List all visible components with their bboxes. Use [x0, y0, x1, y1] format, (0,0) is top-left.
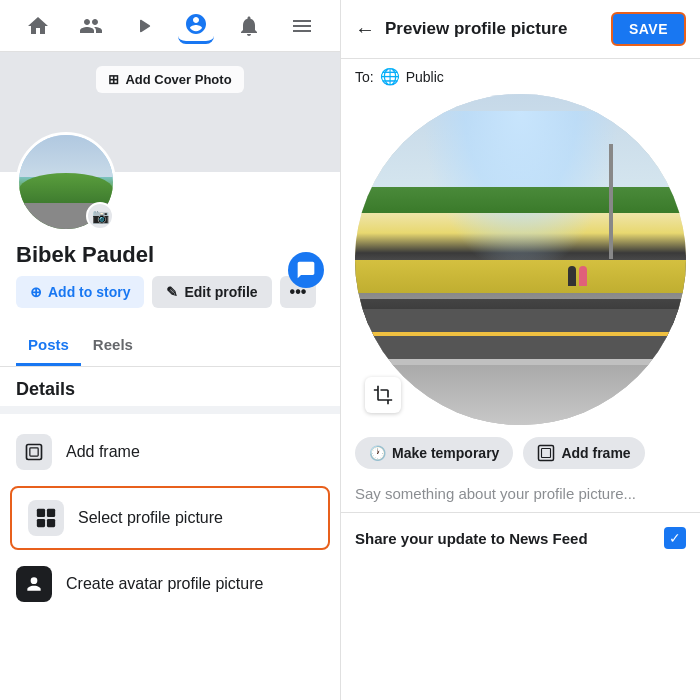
caption-area[interactable]: Say something about your profile picture…: [341, 481, 700, 513]
friends-nav-icon[interactable]: [73, 8, 109, 44]
scene-green-fence: [355, 187, 686, 213]
make-temporary-button[interactable]: 🕐 Make temporary: [355, 437, 513, 469]
chat-button[interactable]: [288, 252, 324, 288]
svg-rect-0: [27, 445, 42, 460]
svg-point-6: [31, 577, 38, 584]
user-name: Bibek Paudel: [16, 242, 324, 268]
scene-yellow-road: [355, 260, 686, 293]
tab-reels[interactable]: Reels: [81, 326, 145, 366]
add-frame-button[interactable]: Add frame: [523, 437, 644, 469]
svg-rect-1: [30, 448, 38, 456]
picture-preview-wrap: [341, 94, 700, 425]
home-nav-icon[interactable]: [20, 8, 56, 44]
save-button[interactable]: SAVE: [611, 12, 686, 46]
circle-preview: [355, 94, 686, 425]
add-frame-label: Add frame: [66, 443, 140, 461]
audience-label: Public: [406, 69, 444, 85]
avatar-camera-button[interactable]: 📷: [86, 202, 114, 230]
add-cover-button[interactable]: ⊞ Add Cover Photo: [96, 66, 243, 93]
svg-rect-5: [47, 519, 55, 527]
edit-profile-button[interactable]: ✎ Edit profile: [152, 276, 271, 308]
menu-item-create-avatar[interactable]: Create avatar profile picture: [0, 554, 340, 614]
tabs: Posts Reels: [0, 326, 340, 367]
right-header: ← Preview profile picture SAVE: [341, 0, 700, 59]
details-title: Details: [16, 379, 75, 399]
right-panel: ← Preview profile picture SAVE To: 🌐 Pub…: [340, 0, 700, 700]
hamburger-nav-icon[interactable]: [284, 8, 320, 44]
preview-scene: [355, 94, 686, 425]
left-panel: ⊞ Add Cover Photo 📷 Bibek Paudel ⊕ Add t…: [0, 0, 340, 700]
tab-posts[interactable]: Posts: [16, 326, 81, 366]
svg-rect-4: [37, 519, 45, 527]
svg-rect-8: [542, 449, 551, 458]
select-picture-label: Select profile picture: [78, 509, 223, 527]
figure-2: [579, 266, 587, 286]
share-label: Share your update to News Feed: [355, 530, 588, 547]
details-section: Details: [0, 367, 340, 414]
share-checkbox[interactable]: ✓: [664, 527, 686, 549]
scene-figures: [568, 266, 587, 286]
svg-rect-2: [37, 509, 45, 517]
video-nav-icon[interactable]: [126, 8, 162, 44]
header-left: ← Preview profile picture: [355, 18, 567, 41]
top-nav: [0, 0, 340, 52]
add-to-story-button[interactable]: ⊕ Add to story: [16, 276, 144, 308]
avatar-wrap: 📷: [16, 132, 116, 232]
clock-icon: 🕐: [369, 445, 386, 461]
scene-bottom: [355, 365, 686, 425]
profile-nav-icon[interactable]: [178, 8, 214, 44]
add-cover-label: Add Cover Photo: [125, 72, 231, 87]
scene-pole: [609, 144, 613, 260]
svg-rect-3: [47, 509, 55, 517]
menu-item-select-picture[interactable]: Select profile picture: [10, 486, 330, 550]
bell-nav-icon[interactable]: [231, 8, 267, 44]
page-title: Preview profile picture: [385, 19, 567, 39]
action-buttons: ⊕ Add to story ✎ Edit profile •••: [16, 276, 324, 308]
plus-circle-icon: ⊕: [30, 284, 42, 300]
menu-item-add-frame[interactable]: Add frame: [0, 422, 340, 482]
select-picture-icon: [28, 500, 64, 536]
share-row: Share your update to News Feed ✓: [341, 513, 700, 563]
to-label: To:: [355, 69, 374, 85]
audience-selector[interactable]: To: 🌐 Public: [341, 59, 700, 94]
figure-1: [568, 266, 576, 286]
create-avatar-label: Create avatar profile picture: [66, 575, 263, 593]
profile-section: 📷 Bibek Paudel ⊕ Add to story ✎ Edit pro…: [0, 172, 340, 326]
frame-icon: [537, 444, 555, 462]
back-button[interactable]: ←: [355, 18, 375, 41]
crop-button[interactable]: [365, 377, 401, 413]
globe-icon: 🌐: [380, 67, 400, 86]
action-row: 🕐 Make temporary Add frame: [341, 425, 700, 481]
add-cover-icon: ⊞: [108, 72, 119, 87]
svg-rect-7: [539, 446, 554, 461]
add-frame-icon: [16, 434, 52, 470]
caption-placeholder: Say something about your profile picture…: [355, 485, 636, 502]
scene-road-line: [355, 332, 686, 336]
scene-road: [355, 309, 686, 359]
create-avatar-icon: [16, 566, 52, 602]
pencil-icon: ✎: [166, 284, 178, 300]
bottom-menu: Add frame Select profile picture Create …: [0, 414, 340, 700]
